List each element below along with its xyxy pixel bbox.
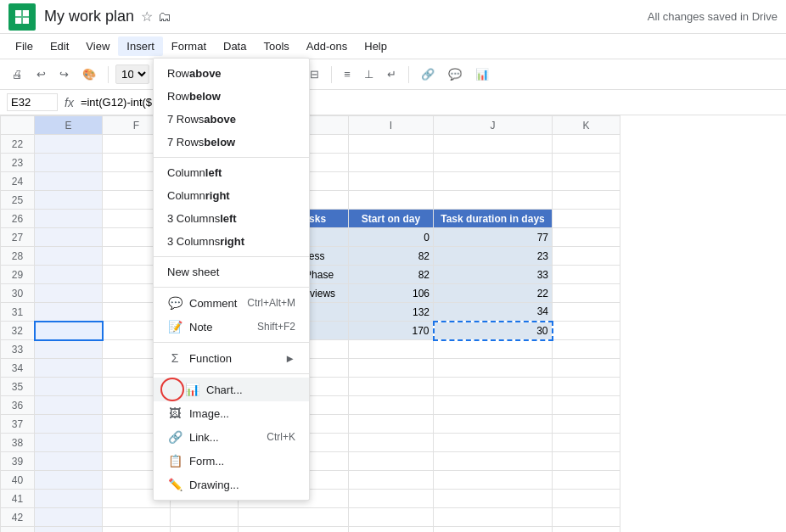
cell-I30[interactable]: 106 [349, 284, 434, 303]
cell-K34[interactable] [553, 359, 620, 378]
cell-E37[interactable] [35, 415, 103, 434]
cell-K27[interactable] [553, 228, 620, 247]
insert-image[interactable]: 🖼 Image... [154, 401, 309, 425]
cell-E29[interactable] [35, 266, 103, 284]
insert-form[interactable]: 📋 Form... [154, 449, 309, 473]
cell-I29[interactable]: 82 [349, 266, 434, 284]
folder-icon[interactable]: 🗂 [158, 9, 171, 25]
insert-row-below[interactable]: Row below [154, 85, 309, 108]
valign-btn[interactable]: ⊥ [359, 64, 379, 84]
cell-J40[interactable] [434, 471, 553, 490]
cell-K39[interactable] [553, 452, 620, 471]
paint-format-btn[interactable]: 🎨 [77, 64, 101, 84]
cell-K40[interactable] [553, 471, 620, 490]
cell-I39[interactable] [349, 452, 434, 471]
cell-E26[interactable] [35, 210, 103, 228]
font-size-select[interactable]: 10 11 12 [115, 64, 149, 84]
cell-J36[interactable] [434, 396, 553, 415]
cell-K25[interactable] [553, 191, 620, 210]
cell-J22[interactable] [434, 135, 553, 154]
undo-btn[interactable]: ↩ [31, 64, 51, 84]
star-icon[interactable]: ☆ [141, 8, 153, 25]
menu-view[interactable]: View [77, 36, 118, 56]
wrap-btn[interactable]: ↵ [382, 64, 401, 84]
insert-3-columns-left[interactable]: 3 Columns left [154, 207, 309, 230]
cell-H42[interactable] [239, 508, 349, 527]
cell-H43[interactable] [239, 527, 349, 533]
menu-file[interactable]: File [7, 36, 42, 56]
menu-data[interactable]: Data [215, 36, 255, 56]
cell-E33[interactable] [35, 340, 103, 359]
cell-F42[interactable] [103, 508, 171, 527]
cell-E35[interactable] [35, 378, 103, 396]
menu-edit[interactable]: Edit [42, 36, 77, 56]
insert-drawing[interactable]: ✏️ Drawing... [154, 473, 309, 496]
cell-J25[interactable] [434, 191, 553, 210]
cell-E36[interactable] [35, 396, 103, 415]
cell-I43[interactable] [349, 527, 434, 533]
insert-7-rows-below[interactable]: 7 Rows below [154, 131, 309, 154]
cell-E22[interactable] [35, 135, 103, 154]
cell-reference-input[interactable] [7, 93, 58, 111]
align-btn[interactable]: ≡ [339, 64, 356, 84]
cell-J24[interactable] [434, 172, 553, 191]
cell-J43[interactable] [434, 527, 553, 533]
cell-E41[interactable] [35, 490, 103, 508]
cell-I32[interactable]: 170 [349, 322, 434, 340]
menu-format[interactable]: Format [163, 36, 215, 56]
cell-E27[interactable] [35, 228, 103, 247]
cell-I41[interactable] [349, 490, 434, 508]
cell-K24[interactable] [553, 172, 620, 191]
cell-K42[interactable] [553, 508, 620, 527]
cell-J27[interactable]: 77 [434, 228, 553, 247]
cell-J42[interactable] [434, 508, 553, 527]
cell-E30[interactable] [35, 284, 103, 303]
cell-I40[interactable] [349, 471, 434, 490]
grid-table-wrapper[interactable]: E F G H I J K 2223242526Critical TasksSt… [0, 115, 786, 532]
cell-I38[interactable] [349, 434, 434, 452]
cell-I34[interactable] [349, 359, 434, 378]
chart-btn[interactable]: 📊 [470, 64, 494, 84]
cell-E40[interactable] [35, 471, 103, 490]
cell-E39[interactable] [35, 452, 103, 471]
cell-E34[interactable] [35, 359, 103, 378]
cell-J26[interactable]: Task duration in days [434, 210, 553, 228]
cell-K31[interactable] [553, 303, 620, 322]
cell-E31[interactable] [35, 303, 103, 322]
cell-K36[interactable] [553, 396, 620, 415]
cell-J29[interactable]: 33 [434, 266, 553, 284]
cell-K41[interactable] [553, 490, 620, 508]
cell-J28[interactable]: 23 [434, 247, 553, 266]
cell-E32[interactable] [35, 322, 103, 340]
cell-E24[interactable] [35, 172, 103, 191]
cell-J34[interactable] [434, 359, 553, 378]
cell-J37[interactable] [434, 415, 553, 434]
cell-I23[interactable] [349, 154, 434, 172]
print-btn[interactable]: 🖨 [7, 64, 28, 84]
insert-column-left[interactable]: Column left [154, 161, 309, 184]
cell-K35[interactable] [553, 378, 620, 396]
cell-K30[interactable] [553, 284, 620, 303]
cell-J35[interactable] [434, 378, 553, 396]
cell-J41[interactable] [434, 490, 553, 508]
cell-F43[interactable] [103, 527, 171, 533]
cell-I22[interactable] [349, 135, 434, 154]
insert-column-right[interactable]: Column right [154, 184, 309, 207]
cell-K33[interactable] [553, 340, 620, 359]
insert-new-sheet[interactable]: New sheet [154, 260, 309, 283]
cell-E38[interactable] [35, 434, 103, 452]
insert-note[interactable]: 📝 Note Shift+F2 [154, 315, 309, 339]
cell-I28[interactable]: 82 [349, 247, 434, 266]
cell-K37[interactable] [553, 415, 620, 434]
cell-E28[interactable] [35, 247, 103, 266]
cell-J30[interactable]: 22 [434, 284, 553, 303]
cell-J38[interactable] [434, 434, 553, 452]
insert-chart[interactable]: 📊 Chart... [154, 378, 309, 401]
insert-3-columns-right[interactable]: 3 Columns right [154, 230, 309, 253]
cell-J33[interactable] [434, 340, 553, 359]
insert-row-above[interactable]: Row above [154, 62, 309, 85]
cell-E43[interactable] [35, 527, 103, 533]
insert-link[interactable]: 🔗 Link... Ctrl+K [154, 425, 309, 449]
cell-K22[interactable] [553, 135, 620, 154]
cell-E25[interactable] [35, 191, 103, 210]
